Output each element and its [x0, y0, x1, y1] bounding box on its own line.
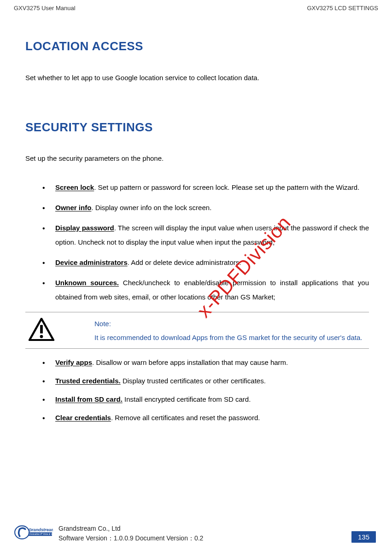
bullet-bold: Screen lock	[55, 183, 94, 191]
grandstream-logo-icon: Grandstream Innovative IP Voice & Video	[14, 522, 53, 543]
bullet-list-2: Verify apps. Disallow or warn before app…	[25, 357, 369, 423]
bullet-bold: Trusted credentials.	[55, 377, 121, 385]
header-left: GXV3275 User Manual	[14, 5, 76, 12]
list-item: Clear credentials. Remove all certificat…	[55, 412, 369, 423]
bullet-text: Install encrypted certificate from SD ca…	[123, 395, 251, 403]
logo-subtext: Innovative IP Voice & Video	[29, 533, 53, 535]
content-area: x-PDFDivision LOCATION ACCESS Set whethe…	[0, 12, 392, 423]
note-body: It is recommended to download Apps from …	[94, 331, 367, 345]
page-footer: Grandstream Innovative IP Voice & Video …	[0, 522, 392, 543]
page-header: GXV3275 User Manual GXV3275 LCD SETTINGS	[0, 0, 392, 12]
heading-location-access: LOCATION ACCESS	[25, 37, 369, 56]
list-item: Install from SD card. Install encrypted …	[55, 394, 369, 405]
intro-security-settings: Set up the security parameters on the ph…	[25, 153, 369, 164]
bullet-text: . Disallow or warn before apps installat…	[92, 358, 288, 366]
footer-version: Software Version：1.0.0.9 Document Versio…	[59, 533, 351, 543]
intro-location-access: Set whether to let app to use Google loc…	[25, 72, 369, 83]
bullet-bold: Install from SD card.	[55, 395, 123, 403]
page-number: 135	[351, 531, 376, 543]
list-item: Verify apps. Disallow or warn before app…	[55, 357, 369, 368]
footer-company: Grandstream Co., Ltd	[59, 524, 351, 533]
bullet-text: . Add or delete device administrators.	[128, 258, 241, 266]
bullet-text: . Display owner info on the lock screen.	[91, 204, 211, 211]
bullet-bold: Owner info	[55, 204, 91, 211]
bullet-bold: Device administrators	[55, 258, 128, 266]
bullet-bold: Display password	[55, 224, 114, 232]
svg-point-1	[40, 335, 43, 338]
footer-text: Grandstream Co., Ltd Software Version：1.…	[59, 524, 351, 543]
list-item: Device administrators. Add or delete dev…	[55, 257, 369, 268]
bullet-bold: Verify apps	[55, 358, 92, 366]
list-item: Trusted credentials. Display trusted cer…	[55, 375, 369, 387]
logo-text: Grandstream	[29, 528, 53, 532]
warning-icon	[28, 318, 55, 341]
note-text: Note: It is recommended to download Apps…	[94, 317, 367, 345]
heading-security-settings: SECURITY SETTINGS	[25, 118, 369, 137]
list-item: Display password. The screen will displa…	[55, 221, 369, 250]
bullet-bold: Clear credentials	[55, 414, 111, 422]
note-label: Note:	[94, 317, 367, 331]
bullet-text: . Remove all certificates and reset the …	[111, 414, 260, 422]
list-item: Screen lock. Set up pattern or password …	[55, 180, 369, 195]
bullet-bold: Unknown sources.	[55, 279, 119, 287]
note-box: Note: It is recommended to download Apps…	[25, 312, 369, 349]
svg-rect-0	[40, 325, 43, 333]
header-right: GXV3275 LCD SETTINGS	[307, 5, 378, 12]
bullet-text: . Set up pattern or password for screen …	[94, 183, 359, 191]
bullet-list-1: Screen lock. Set up pattern or password …	[25, 180, 369, 305]
list-item: Unknown sources. Check/uncheck to enable…	[55, 276, 369, 305]
list-item: Owner info. Display owner info on the lo…	[55, 202, 369, 213]
bullet-text: Display trusted certificates or other ce…	[121, 377, 266, 385]
